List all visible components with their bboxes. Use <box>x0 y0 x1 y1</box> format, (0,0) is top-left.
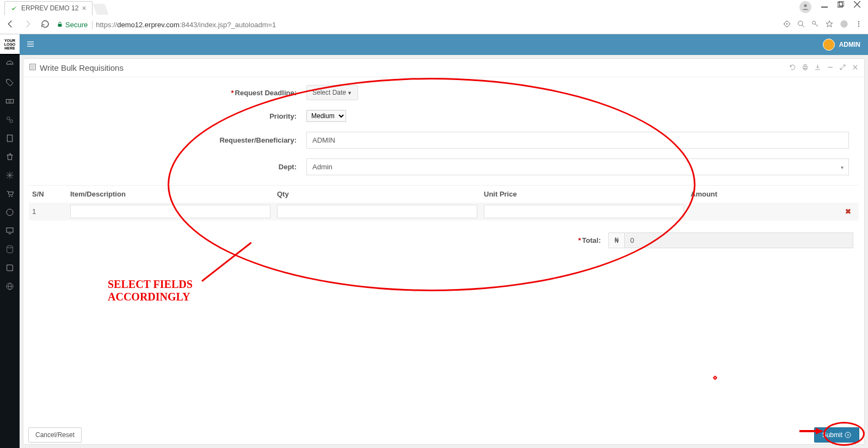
browser-chrome: ERPREV DEMO 12 × <box>0 0 868 34</box>
total-label: Total: <box>582 236 601 244</box>
svg-point-0 <box>804 4 807 7</box>
th-amount: Amount <box>687 186 837 203</box>
svg-point-41 <box>7 246 13 248</box>
delete-row-icon[interactable]: ✖ <box>837 202 859 220</box>
sidebar-item-trash-icon[interactable] <box>5 152 15 162</box>
svg-point-21 <box>858 25 859 26</box>
sidebar-item-link-icon[interactable] <box>5 115 15 125</box>
svg-point-55 <box>845 432 851 438</box>
sidebar-item-book-icon[interactable] <box>5 133 15 143</box>
dept-select[interactable]: Admin <box>306 158 849 175</box>
refresh-icon[interactable] <box>789 64 796 72</box>
expand-panel-icon[interactable] <box>839 64 846 72</box>
avatar <box>823 39 835 51</box>
sidebar-item-dashboard-icon[interactable] <box>5 59 15 69</box>
zoom-icon[interactable] <box>797 20 805 29</box>
list-icon <box>29 63 36 72</box>
logo: YOUR LOGO HERE <box>0 34 20 55</box>
maximize-icon[interactable] <box>838 1 844 13</box>
svg-point-36 <box>9 196 10 197</box>
cancel-button[interactable]: Cancel/Reset <box>28 427 82 443</box>
extension-icon[interactable] <box>840 20 848 30</box>
star-icon[interactable] <box>826 20 833 29</box>
unit-price-input[interactable] <box>484 205 684 218</box>
requester-label: Requester/Beneficiary: <box>219 136 297 144</box>
minimize-icon[interactable] <box>821 1 828 13</box>
sidebar-item-money-icon[interactable] <box>5 96 15 106</box>
svg-rect-49 <box>803 66 808 68</box>
new-tab-button[interactable] <box>93 4 108 15</box>
request-deadline-label: Request Deadline: <box>235 89 297 97</box>
sidebar <box>0 55 20 448</box>
svg-line-17 <box>817 24 818 25</box>
panel-title: Write Bulk Requisitions <box>29 63 124 72</box>
hamburger-icon[interactable] <box>26 40 35 50</box>
requisition-table: S/N Item/Description Qty Unit Price Amou… <box>29 185 859 220</box>
svg-rect-1 <box>821 7 828 8</box>
location-icon[interactable] <box>783 20 791 29</box>
close-panel-icon[interactable] <box>852 64 859 72</box>
th-qty: Qty <box>274 186 481 203</box>
svg-point-8 <box>786 23 787 24</box>
svg-line-14 <box>802 24 804 27</box>
sidebar-item-headset-icon[interactable] <box>5 207 15 217</box>
svg-line-30 <box>9 119 10 120</box>
sidebar-item-tag-icon[interactable] <box>5 78 15 88</box>
minimize-panel-icon[interactable] <box>827 64 834 72</box>
form-area: *Request Deadline: Select Date▼ Priority… <box>23 77 864 251</box>
print-icon[interactable] <box>802 64 809 72</box>
item-desc-input[interactable] <box>70 205 270 218</box>
qty-input ar[interactable] <box>277 205 477 218</box>
svg-rect-31 <box>7 135 12 142</box>
svg-rect-39 <box>7 228 13 232</box>
svg-point-19 <box>858 21 859 22</box>
menu-icon[interactable] <box>855 20 863 29</box>
svg-point-18 <box>840 20 847 27</box>
tab-favicon-icon <box>10 4 18 12</box>
svg-point-28 <box>7 117 10 120</box>
download-icon[interactable] <box>814 64 821 72</box>
sidebar-item-database-icon[interactable] <box>5 244 15 254</box>
sidebar-item-manual-icon[interactable] <box>5 263 15 273</box>
sidebar-item-snow-icon[interactable] <box>5 170 15 180</box>
total-input <box>625 232 853 248</box>
content: Write Bulk Requisitions *Request Deadlin… <box>20 55 868 448</box>
svg-point-37 <box>11 196 13 197</box>
close-window-icon[interactable] <box>854 1 860 13</box>
tab-bar: ERPREV DEMO 12 × <box>0 0 868 15</box>
app-topbar: YOUR LOGO HERE ADMIN <box>0 34 868 55</box>
browser-tab[interactable]: ERPREV DEMO 12 × <box>4 1 93 15</box>
dept-label: Dept: <box>279 163 297 171</box>
requester-input[interactable] <box>306 132 849 149</box>
url-text: https://demo12.erprev.com:8443/index.jsp… <box>96 21 276 29</box>
user-area[interactable]: ADMIN <box>823 39 860 51</box>
key-icon[interactable] <box>811 20 819 29</box>
profile-icon[interactable] <box>799 1 811 13</box>
submit-button[interactable]: Submit <box>814 427 859 443</box>
back-icon[interactable] <box>5 19 15 30</box>
th-sn: S/N <box>29 186 67 203</box>
url-box[interactable]: Secure https://demo12.erprev.com:8443/in… <box>57 17 777 32</box>
svg-point-38 <box>7 209 13 216</box>
th-desc: Item/Description <box>67 186 274 203</box>
app: YOUR LOGO HERE ADMIN <box>0 34 868 448</box>
tab-close-icon[interactable]: × <box>82 4 86 13</box>
tab-title: ERPREV DEMO 12 <box>21 4 78 12</box>
user-label: ADMIN <box>839 41 860 48</box>
reload-icon[interactable] <box>40 19 50 30</box>
table-row: 1 ✖ <box>29 202 859 220</box>
svg-point-13 <box>798 21 803 25</box>
sidebar-item-cart-icon[interactable] <box>5 189 15 199</box>
svg-rect-51 <box>804 68 806 70</box>
sidebar-item-desktop-icon[interactable] <box>5 226 15 236</box>
th-unit-price: Unit Price <box>481 186 687 203</box>
svg-point-29 <box>10 120 13 122</box>
priority-label: Priority: <box>269 112 297 120</box>
window-controls <box>792 0 868 15</box>
request-deadline-picker[interactable]: Select Date▼ <box>306 85 358 100</box>
svg-point-15 <box>812 21 816 24</box>
svg-rect-50 <box>804 64 806 66</box>
sidebar-item-globe-icon[interactable] <box>5 281 15 291</box>
svg-point-20 <box>858 23 859 24</box>
priority-select[interactable]: Medium <box>306 110 346 122</box>
